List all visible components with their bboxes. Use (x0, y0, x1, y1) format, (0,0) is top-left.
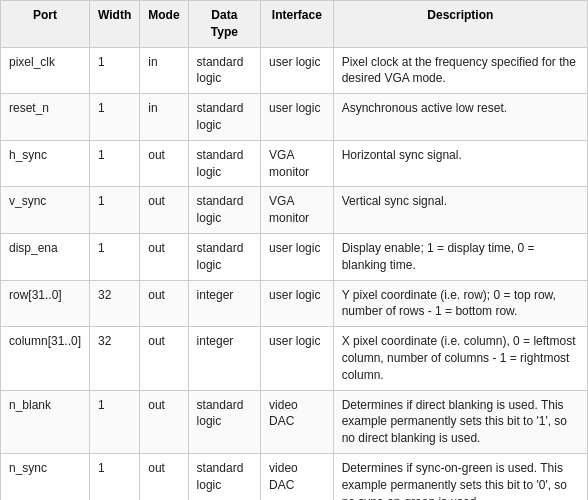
col-header-datatype: Data Type (188, 1, 260, 48)
table-row: row[31..0]32outintegeruser logicY pixel … (1, 280, 588, 327)
cell-interface: user logic (261, 280, 334, 327)
cell-description: Horizontal sync signal. (333, 140, 587, 187)
cell-interface: VGA monitor (261, 187, 334, 234)
cell-mode: in (140, 47, 188, 94)
cell-port: v_sync (1, 187, 90, 234)
port-table: Port Width Mode Data Type Interface Desc… (0, 0, 588, 500)
table-row: n_blank1outstandard logicvideo DACDeterm… (1, 390, 588, 453)
cell-datatype: standard logic (188, 140, 260, 187)
cell-width: 1 (90, 140, 140, 187)
table-row: disp_ena1outstandard logicuser logicDisp… (1, 233, 588, 280)
table-row: v_sync1outstandard logicVGA monitorVerti… (1, 187, 588, 234)
cell-width: 1 (90, 94, 140, 141)
cell-mode: out (140, 140, 188, 187)
col-header-description: Description (333, 1, 587, 48)
cell-description: Display enable; 1 = display time, 0 = bl… (333, 233, 587, 280)
cell-port: disp_ena (1, 233, 90, 280)
table-row: h_sync1outstandard logicVGA monitorHoriz… (1, 140, 588, 187)
cell-port: row[31..0] (1, 280, 90, 327)
cell-interface: user logic (261, 233, 334, 280)
table-row: pixel_clk1instandard logicuser logicPixe… (1, 47, 588, 94)
cell-description: Y pixel coordinate (i.e. row); 0 = top r… (333, 280, 587, 327)
col-header-port: Port (1, 1, 90, 48)
col-header-width: Width (90, 1, 140, 48)
table-header-row: Port Width Mode Data Type Interface Desc… (1, 1, 588, 48)
cell-interface: video DAC (261, 390, 334, 453)
cell-port: column[31..0] (1, 327, 90, 390)
cell-interface: user logic (261, 327, 334, 390)
cell-datatype: standard logic (188, 390, 260, 453)
cell-datatype: standard logic (188, 233, 260, 280)
cell-description: X pixel coordinate (i.e. column), 0 = le… (333, 327, 587, 390)
cell-mode: out (140, 280, 188, 327)
table-row: column[31..0]32outintegeruser logicX pix… (1, 327, 588, 390)
cell-datatype: integer (188, 280, 260, 327)
cell-port: n_sync (1, 453, 90, 500)
cell-width: 32 (90, 280, 140, 327)
cell-width: 32 (90, 327, 140, 390)
cell-interface: user logic (261, 94, 334, 141)
cell-datatype: standard logic (188, 94, 260, 141)
cell-mode: out (140, 187, 188, 234)
cell-interface: VGA monitor (261, 140, 334, 187)
cell-description: Asynchronous active low reset. (333, 94, 587, 141)
table-row: reset_n1instandard logicuser logicAsynch… (1, 94, 588, 141)
cell-mode: out (140, 233, 188, 280)
cell-width: 1 (90, 47, 140, 94)
cell-datatype: integer (188, 327, 260, 390)
cell-description: Pixel clock at the frequency specified f… (333, 47, 587, 94)
cell-description: Vertical sync signal. (333, 187, 587, 234)
cell-mode: out (140, 390, 188, 453)
cell-width: 1 (90, 233, 140, 280)
cell-port: pixel_clk (1, 47, 90, 94)
cell-width: 1 (90, 187, 140, 234)
cell-datatype: standard logic (188, 47, 260, 94)
cell-width: 1 (90, 453, 140, 500)
cell-datatype: standard logic (188, 187, 260, 234)
cell-mode: out (140, 327, 188, 390)
cell-interface: video DAC (261, 453, 334, 500)
cell-description: Determines if sync-on-green is used. Thi… (333, 453, 587, 500)
col-header-interface: Interface (261, 1, 334, 48)
table-row: n_sync1outstandard logicvideo DACDetermi… (1, 453, 588, 500)
cell-description: Determines if direct blanking is used. T… (333, 390, 587, 453)
cell-mode: out (140, 453, 188, 500)
col-header-mode: Mode (140, 1, 188, 48)
cell-mode: in (140, 94, 188, 141)
cell-interface: user logic (261, 47, 334, 94)
cell-port: n_blank (1, 390, 90, 453)
cell-width: 1 (90, 390, 140, 453)
cell-datatype: standard logic (188, 453, 260, 500)
cell-port: reset_n (1, 94, 90, 141)
cell-port: h_sync (1, 140, 90, 187)
